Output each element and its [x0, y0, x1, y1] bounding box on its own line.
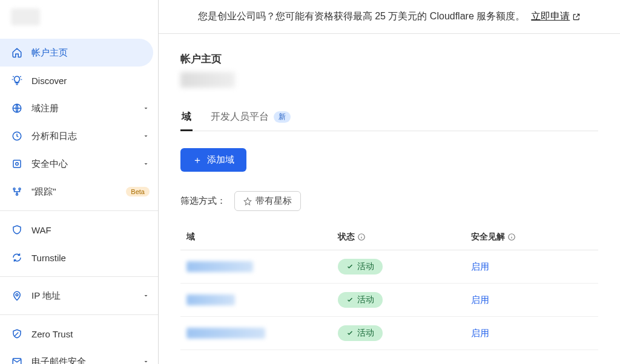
sidebar-item-label: Discover	[31, 76, 150, 86]
table-row: 活动启用	[180, 317, 598, 350]
check-icon	[346, 296, 354, 304]
sidebar-item-label: WAF	[31, 225, 150, 235]
promo-apply-link[interactable]: 立即申请	[531, 10, 581, 23]
promo-banner-text: 您是创业公司吗？您可能有资格获得最高 25 万美元的 Cloudflare 服务…	[198, 10, 526, 23]
sidebar-item-label: 安全中心	[31, 158, 142, 170]
status-text: 活动	[357, 328, 374, 339]
promo-banner: 您是创业公司吗？您可能有资格获得最高 25 万美元的 Cloudflare 服务…	[159, 0, 620, 34]
sidebar: 帐户主页Discover域注册分析和日志安全中心"跟踪"BetaWAFTurns…	[0, 0, 159, 364]
status-badge: 活动	[338, 259, 383, 275]
filter-starred-label: 带有星标	[256, 195, 292, 207]
refresh-icon	[11, 252, 23, 264]
sidebar-item-label: 帐户主页	[31, 47, 145, 59]
status-text: 活动	[357, 261, 374, 272]
shield-icon	[11, 224, 23, 236]
status-cell: 活动	[338, 325, 471, 341]
table-row: 活动启用	[180, 250, 598, 284]
chevron-down-icon	[142, 132, 150, 140]
svg-point-5	[19, 188, 21, 190]
tab-domains[interactable]: 域	[180, 105, 193, 131]
mail-icon	[11, 356, 23, 364]
svg-point-4	[13, 188, 15, 190]
th-security: 安全见解	[471, 232, 592, 242]
new-badge: 新	[274, 111, 291, 123]
sidebar-item-label: IP 地址	[31, 290, 142, 302]
domain-table: 域 状态 安全见解 活动启用活动启用活动启用	[180, 226, 598, 350]
sidebar-item-label: Turnstile	[31, 253, 150, 263]
tab-label: 域	[182, 111, 191, 123]
domain-name	[186, 294, 235, 305]
status-cell: 活动	[338, 259, 471, 275]
status-badge: 活动	[338, 325, 383, 341]
th-domain: 域	[186, 232, 338, 242]
external-link-icon	[572, 13, 581, 21]
sidebar-item-security[interactable]: 安全中心	[0, 150, 158, 178]
chevron-down-icon	[142, 160, 150, 167]
pin-icon	[11, 290, 23, 302]
sidebar-item-turnstile[interactable]: Turnstile	[0, 244, 158, 271]
security-enable-link[interactable]: 启用	[471, 294, 592, 306]
add-domain-label: 添加域	[207, 154, 234, 166]
promo-apply-label: 立即申请	[531, 10, 570, 23]
nav-separator	[0, 210, 158, 211]
globe-icon	[11, 102, 23, 114]
tabs: 域开发人员平台新	[180, 105, 598, 131]
table-header-row: 域 状态 安全见解	[180, 226, 598, 250]
main-area: 您是创业公司吗？您可能有资格获得最高 25 万美元的 Cloudflare 服务…	[159, 0, 620, 364]
sidebar-item-home[interactable]: 帐户主页	[0, 39, 153, 67]
svg-point-6	[16, 193, 18, 195]
domain-name	[186, 261, 253, 272]
sidebar-item-discover[interactable]: Discover	[0, 67, 158, 94]
nav-separator	[0, 276, 158, 277]
status-badge: 活动	[338, 292, 383, 308]
sidebar-item-ip[interactable]: IP 地址	[0, 282, 158, 310]
chevron-down-icon	[142, 358, 150, 364]
sidebar-item-trace[interactable]: "跟踪"Beta	[0, 178, 158, 206]
check-icon	[346, 330, 354, 337]
status-cell: 活动	[338, 292, 471, 308]
status-text: 活动	[357, 294, 374, 305]
sidebar-item-registrar[interactable]: 域注册	[0, 94, 158, 122]
logo-icon	[11, 8, 40, 25]
bulb-icon	[11, 74, 23, 86]
tab-label: 开发人员平台	[211, 111, 269, 123]
svg-point-7	[16, 294, 18, 296]
plus-icon: ＋	[193, 155, 202, 165]
svg-rect-8	[13, 359, 21, 364]
sidebar-item-email[interactable]: 电子邮件安全	[0, 348, 158, 364]
domain-cell[interactable]	[186, 328, 338, 339]
clock-icon	[11, 130, 23, 142]
star-icon	[243, 197, 252, 206]
add-domain-button[interactable]: ＋ 添加域	[180, 148, 246, 172]
domain-cell[interactable]	[186, 261, 338, 272]
account-name	[180, 72, 235, 88]
domain-cell[interactable]	[186, 294, 338, 305]
tab-dev-platform[interactable]: 开发人员平台新	[209, 105, 292, 131]
table-row: 活动启用	[180, 284, 598, 317]
info-icon	[357, 233, 366, 241]
sidebar-item-waf[interactable]: WAF	[0, 216, 158, 244]
zerotrust-icon	[11, 328, 23, 340]
frame-icon	[11, 158, 23, 170]
chevron-down-icon	[142, 105, 150, 112]
beta-badge: Beta	[126, 187, 150, 197]
brand-area	[0, 0, 158, 34]
sidebar-item-label: "跟踪"	[31, 186, 124, 198]
security-enable-link[interactable]: 启用	[471, 328, 592, 339]
sidebar-item-zerotrust[interactable]: Zero Trust	[0, 320, 158, 348]
sidebar-item-label: 域注册	[31, 103, 142, 114]
network-icon	[11, 186, 23, 198]
filter-starred-button[interactable]: 带有星标	[234, 191, 301, 211]
chevron-down-icon	[142, 292, 150, 299]
info-icon	[507, 233, 516, 241]
home-icon	[11, 47, 23, 59]
svg-rect-2	[13, 160, 21, 167]
sidebar-item-label: 分析和日志	[31, 131, 142, 142]
check-icon	[346, 263, 354, 270]
svg-point-3	[16, 163, 19, 166]
security-enable-link[interactable]: 启用	[471, 261, 592, 273]
nav-separator	[0, 314, 158, 315]
filter-label: 筛选方式：	[180, 195, 226, 207]
th-status: 状态	[338, 232, 471, 242]
sidebar-item-analytics[interactable]: 分析和日志	[0, 122, 158, 150]
